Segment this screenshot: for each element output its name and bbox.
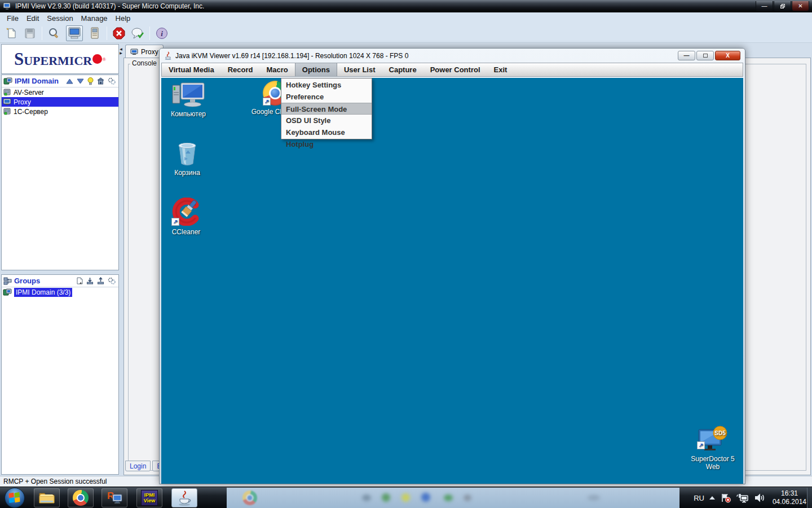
menu-item-full-screen-mode[interactable]: Full-Screen Mode (281, 103, 372, 115)
refresh-gears-icon[interactable] (108, 277, 116, 284)
java-icon (177, 490, 192, 506)
main-window-titlebar: IPMI View V2.9.30 (build 140317) - Super… (0, 0, 812, 12)
save-icon[interactable] (23, 27, 37, 40)
taskbar-ipmi-view-button[interactable]: IPMI View (136, 488, 162, 507)
proxy-monitor-icon (3, 98, 11, 106)
menu-manage[interactable]: Manage (77, 14, 112, 23)
ikvm-title: Java iKVM Viewer v1.69 r14 [192.168.1.19… (175, 52, 408, 60)
groups-icon (3, 277, 12, 285)
tree-item-proxy[interactable]: Proxy (2, 97, 118, 107)
show-hidden-icons-button[interactable] (709, 496, 715, 500)
tree-item-av-server[interactable]: AV-Server (2, 87, 118, 97)
server-icon (3, 89, 11, 96)
ikvm-close-button[interactable]: X (715, 51, 740, 60)
new-group-icon[interactable] (76, 277, 83, 284)
logo-text: Supermicr (14, 50, 92, 68)
logo-registered-mark: ® (102, 56, 106, 62)
home-icon[interactable] (97, 77, 104, 85)
show-desktop-button[interactable] (807, 488, 812, 508)
taskbar-java-button[interactable] (171, 488, 197, 507)
ikvm-maximize-button[interactable] (696, 51, 714, 60)
proxy-tab-icon (130, 49, 138, 55)
java-icon (164, 51, 172, 60)
ikvm-menu-record[interactable]: Record (221, 63, 260, 76)
ikvm-minimize-button[interactable]: — (678, 51, 695, 60)
import-icon[interactable] (86, 277, 94, 284)
shortcut-arrow-icon: ↗ (171, 218, 179, 226)
tab-proxy[interactable]: Proxy (125, 45, 164, 58)
ikvm-menu-macro[interactable]: Macro (259, 63, 294, 76)
stop-session-icon[interactable] (112, 27, 126, 40)
faded-chrome-icon (242, 491, 257, 505)
clock[interactable]: 16:31 04.06.2014 (770, 489, 806, 506)
about-info-icon[interactable]: i (155, 27, 169, 40)
toolbar-separator (42, 27, 42, 40)
desktop-icon-ccleaner[interactable]: ↗ CCleaner (161, 198, 211, 236)
shortcut-arrow-icon: ↗ (697, 441, 705, 449)
menu-session[interactable]: Session (43, 14, 77, 23)
ikvm-window: Java iKVM Viewer v1.69 r14 [192.168.1.19… (159, 48, 745, 484)
menu-item-keyboard-mouse-hotplug[interactable]: Keyboard Mouse Hotplug (281, 126, 372, 138)
supermicro-logo: Supermicr® (1, 44, 119, 74)
bulb-icon[interactable] (87, 77, 94, 85)
taskbar: R IPMI View RU (0, 487, 812, 508)
ikvm-menu-virtual-media[interactable]: Virtual Media (162, 63, 221, 76)
recycle-bin-icon (175, 140, 199, 167)
desktop-icon-superdoctor[interactable]: SD5 ↗ SuperDoctor 5 Web (688, 426, 738, 471)
system-tray: RU 16:31 04.06.2014 (694, 487, 806, 508)
menu-file[interactable]: File (3, 14, 23, 23)
group-item-ipmi-domain[interactable]: IPMI Domain (3/3) (2, 287, 73, 297)
windows-flag-icon (8, 492, 20, 503)
main-minimize-button[interactable]: — (756, 1, 773, 11)
groups-panel-title: Groups (14, 277, 40, 285)
ikvm-menubar: Virtual Media Record Macro Options User … (161, 63, 743, 77)
taskbar-radmin-button[interactable]: R (102, 488, 127, 507)
main-menubar: File Edit Session Manage Help (0, 12, 812, 24)
ikvm-menu-user-list[interactable]: User List (337, 63, 382, 76)
console-redirect-icon[interactable] (66, 25, 83, 41)
ikvm-menu-capture[interactable]: Capture (382, 63, 423, 76)
refresh-gears-icon[interactable] (108, 77, 116, 85)
move-down-icon[interactable] (77, 78, 84, 84)
ikvm-menu-exit[interactable]: Exit (487, 63, 514, 76)
tab-login[interactable]: Login (125, 461, 151, 471)
domain-panel-header: IPMI Domain (2, 75, 118, 87)
move-up-icon[interactable] (66, 78, 73, 84)
new-file-icon[interactable] (5, 27, 18, 40)
taskbar-chrome-button[interactable] (68, 488, 94, 507)
desktop-icon-recycle-bin[interactable]: Корзина (162, 140, 212, 177)
menu-item-osd-ui-style[interactable]: OSD UI Style (281, 115, 372, 126)
device-manage-icon[interactable] (88, 27, 102, 40)
main-restore-button[interactable] (774, 1, 791, 11)
ikvm-menu-power-control[interactable]: Power Control (423, 63, 487, 76)
volume-icon[interactable] (754, 493, 765, 503)
ipmi-domain-icon (3, 288, 12, 296)
status-text: RMCP + Open Session successful (3, 478, 107, 485)
taskbar-explorer-button[interactable] (34, 488, 60, 507)
domain-panel-title: IPMI Domain (15, 77, 59, 85)
search-icon[interactable] (47, 27, 61, 40)
sd5-badge-text: SD5 (714, 430, 726, 436)
chrome-icon (73, 490, 89, 506)
ikvm-menu-options[interactable]: Options (295, 63, 337, 76)
language-indicator[interactable]: RU (694, 494, 704, 502)
menu-item-hotkey-settings[interactable]: Hotkey Settings (281, 79, 372, 91)
computer-icon (171, 82, 206, 108)
network-icon[interactable] (736, 493, 749, 503)
splitter-collapse-right-icon[interactable]: ▶ (120, 51, 122, 55)
toolbar-separator (107, 27, 107, 40)
start-button[interactable] (5, 488, 25, 508)
desktop-icon-computer[interactable]: Компьютер (164, 82, 213, 118)
export-icon[interactable] (97, 277, 104, 284)
main-close-button[interactable]: ✕ (792, 1, 809, 11)
tree-item-1c-server[interactable]: 1С-Сервер (2, 107, 118, 116)
menu-help[interactable]: Help (112, 14, 135, 23)
action-center-flag-icon[interactable] (720, 493, 731, 503)
menu-edit[interactable]: Edit (23, 14, 43, 23)
menu-item-preference[interactable]: Preference (281, 91, 372, 103)
message-check-icon[interactable] (131, 27, 144, 40)
radmin-icon: R (106, 490, 123, 506)
tray-time: 16:31 (781, 489, 798, 498)
splitter-collapse-left-icon[interactable]: ◀ (120, 47, 122, 51)
sidebar-splitter[interactable]: ◀ ▶ (119, 43, 123, 476)
